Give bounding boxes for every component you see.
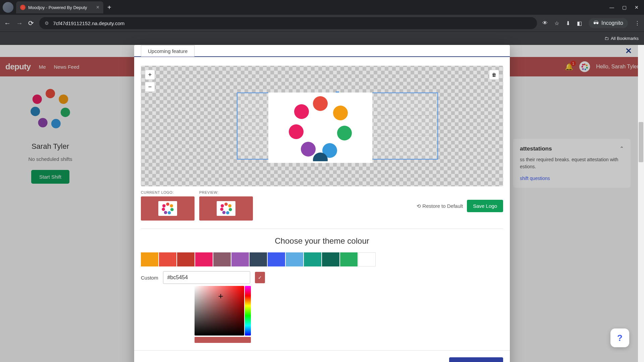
tab-upcoming-feature[interactable]: Upcoming feature: [141, 45, 195, 57]
apply-changes-button[interactable]: Apply Changes: [449, 357, 503, 362]
people-ring-icon: [161, 202, 174, 215]
swatch-red[interactable]: [177, 252, 195, 266]
divider: [141, 229, 503, 229]
hue-slider[interactable]: [245, 286, 251, 336]
minimize-icon[interactable]: —: [609, 5, 614, 10]
site-settings-icon[interactable]: ⚙: [45, 20, 49, 26]
swatch-pink[interactable]: [195, 252, 213, 266]
svg-point-19: [289, 124, 304, 139]
current-logo-label: CURRENT LOGO:: [141, 190, 195, 194]
window-controls: — ▢ ✕: [609, 5, 644, 10]
incognito-icon: 🕶: [593, 20, 599, 26]
scrollbar-thumb[interactable]: [639, 122, 643, 162]
trash-icon[interactable]: 🗑: [489, 70, 499, 80]
svg-point-33: [222, 211, 226, 214]
kebab-menu-icon[interactable]: ⋮: [635, 20, 640, 26]
bookmarks-bar: 🗀 All Bookmarks: [0, 32, 644, 45]
tab-favicon: [20, 5, 25, 10]
theme-colour-heading: Choose your theme colour: [134, 236, 510, 246]
incognito-label: Incognito: [601, 20, 623, 26]
browser-tab[interactable]: Moodjoy - Powered By Deputy ×: [16, 1, 103, 13]
tab-title: Moodjoy - Powered By Deputy: [28, 5, 94, 10]
maximize-icon[interactable]: ▢: [622, 5, 627, 10]
folder-icon: 🗀: [604, 36, 609, 41]
svg-point-25: [168, 211, 171, 215]
download-icon[interactable]: ⬇: [566, 20, 570, 26]
swatch-mauve[interactable]: [213, 252, 231, 266]
star-icon[interactable]: ☆: [554, 20, 559, 26]
zoom-out-button[interactable]: −: [145, 82, 155, 92]
browser-chrome: Moodjoy - Powered By Deputy × + — ▢ ✕ ← …: [0, 0, 644, 45]
url-text: 7cf47d19112152.na.deputy.com: [53, 20, 124, 26]
logo-editor-canvas[interactable]: + − 🗑: [141, 66, 503, 186]
svg-point-30: [228, 204, 231, 207]
tab-bar: Moodjoy - Powered By Deputy × + — ▢ ✕: [0, 0, 644, 15]
swatch-forest[interactable]: [322, 252, 339, 266]
eye-off-icon[interactable]: 👁: [542, 20, 548, 26]
modal-tabs: Upcoming feature: [134, 45, 510, 57]
swatch-row: [134, 252, 510, 266]
swatch-purple[interactable]: [231, 252, 249, 266]
svg-point-26: [164, 211, 167, 214]
incognito-badge[interactable]: 🕶 Incognito: [589, 18, 628, 28]
close-window-icon[interactable]: ✕: [635, 5, 639, 10]
side-panel-icon[interactable]: ◧: [577, 20, 582, 26]
close-icon[interactable]: ×: [96, 4, 99, 10]
custom-colour-row: Custom ✓: [134, 266, 510, 284]
restore-default-button[interactable]: ⟲ Restore to Default: [417, 203, 463, 209]
svg-point-23: [170, 204, 173, 207]
swatch-empty[interactable]: [358, 252, 376, 266]
new-logo-preview: [199, 196, 253, 221]
help-button[interactable]: ?: [610, 328, 629, 347]
custom-label: Custom: [141, 275, 158, 281]
people-ring-icon: [287, 94, 354, 161]
saturation-box[interactable]: +: [195, 286, 244, 336]
page-content: ✕ deputy Me News Feed 🔔 1 Hello, Sarah T…: [0, 45, 644, 362]
swatch-sky[interactable]: [286, 252, 303, 266]
swatch-blue[interactable]: [268, 252, 285, 266]
crosshair-icon: +: [218, 291, 223, 301]
zoom-in-button[interactable]: +: [145, 70, 155, 80]
forward-button[interactable]: →: [16, 19, 23, 27]
confirm-colour-button[interactable]: ✓: [255, 272, 265, 283]
preview-label: PREVIEW:: [199, 190, 253, 194]
reload-button[interactable]: ⟳: [28, 19, 34, 27]
people-ring-icon: [219, 202, 233, 215]
svg-point-22: [166, 202, 169, 206]
swatch-teal[interactable]: [304, 252, 321, 266]
logo-preview-row: CURRENT LOGO: PREVIEW:: [134, 186, 510, 221]
svg-point-32: [226, 211, 229, 215]
svg-point-14: [313, 96, 328, 111]
hex-input[interactable]: [163, 271, 250, 284]
back-button[interactable]: ←: [4, 19, 11, 27]
svg-point-29: [224, 202, 228, 206]
colour-picker: +: [195, 286, 255, 336]
svg-point-15: [333, 106, 348, 120]
all-bookmarks-button[interactable]: 🗀 All Bookmarks: [604, 36, 639, 41]
svg-point-27: [162, 208, 165, 211]
swatch-green[interactable]: [340, 252, 358, 266]
svg-point-18: [301, 142, 316, 157]
colour-preview-bar: [195, 337, 251, 343]
modal-footer: Apply Changes: [134, 350, 510, 362]
swatch-navy[interactable]: [250, 252, 267, 266]
refresh-icon: ⟲: [417, 203, 421, 209]
theme-editor-modal: Upcoming feature + − 🗑: [134, 45, 510, 362]
svg-point-34: [220, 208, 223, 211]
new-tab-button[interactable]: +: [107, 4, 111, 11]
svg-point-28: [162, 204, 166, 207]
svg-point-16: [337, 126, 352, 140]
svg-point-20: [294, 104, 309, 119]
swatch-orange[interactable]: [141, 252, 158, 266]
swatch-salmon[interactable]: [159, 252, 176, 266]
logo-image[interactable]: [268, 93, 372, 163]
svg-point-35: [221, 204, 224, 207]
scrollbar[interactable]: [638, 45, 644, 362]
save-logo-button[interactable]: Save Logo: [467, 200, 503, 212]
address-bar: ← → ⟳ ⚙ 7cf47d19112152.na.deputy.com 👁 ☆…: [0, 15, 644, 32]
svg-point-31: [229, 208, 232, 211]
profile-avatar[interactable]: [3, 2, 13, 13]
svg-point-24: [170, 208, 174, 211]
current-logo-preview: [141, 196, 195, 221]
url-input[interactable]: ⚙ 7cf47d19112152.na.deputy.com: [39, 17, 537, 29]
